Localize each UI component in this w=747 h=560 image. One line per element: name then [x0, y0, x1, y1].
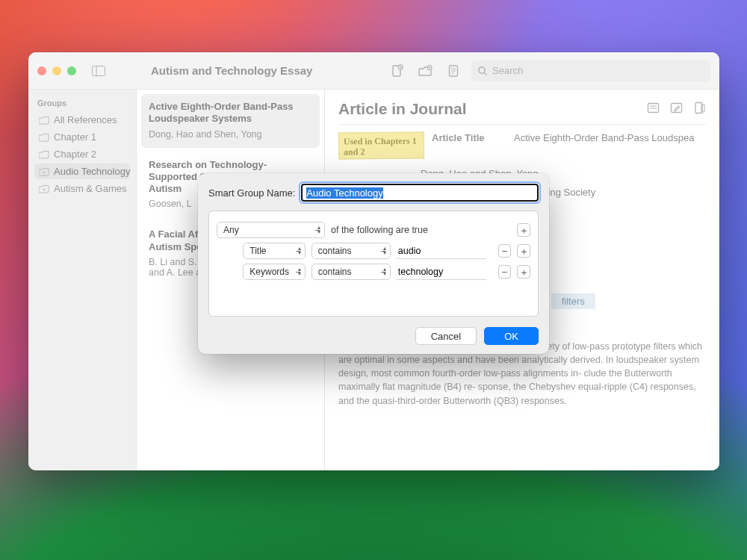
rule-field-select[interactable]: Keywords ▴▾ [243, 264, 306, 280]
cancel-button[interactable]: Cancel [415, 327, 477, 345]
rule-field-value: Title [249, 246, 266, 256]
rule-value-input[interactable] [397, 243, 486, 259]
match-suffix-label: of the following are true [331, 225, 428, 235]
match-mode-select[interactable]: Any ▴▾ [217, 222, 325, 238]
predicate-editor: Any ▴▾ of the following are true ＋ Title… [208, 211, 539, 317]
name-field-label: Smart Group Name: [208, 187, 295, 199]
rule-value-input[interactable] [397, 264, 486, 280]
rule-field-value: Keywords [249, 267, 289, 277]
add-rule-button[interactable]: ＋ [517, 265, 530, 279]
rule-field-select[interactable]: Title ▴▾ [243, 243, 306, 259]
match-mode-value: Any [223, 225, 239, 235]
remove-rule-button[interactable]: − [498, 244, 512, 258]
add-rule-button[interactable]: ＋ [517, 244, 530, 258]
smart-group-name-input[interactable] [301, 184, 539, 202]
ok-button[interactable]: OK [484, 327, 539, 345]
remove-rule-button[interactable]: − [498, 265, 512, 279]
rule-operator-select[interactable]: contains ▴▾ [311, 243, 391, 259]
smart-group-dialog: Smart Group Name: Any ▴▾ of the followin… [198, 173, 549, 354]
add-rule-button[interactable]: ＋ [517, 223, 530, 237]
rule-operator-select[interactable]: contains ▴▾ [311, 264, 391, 280]
rule-operator-value: contains [318, 246, 352, 256]
rule-operator-value: contains [318, 267, 352, 277]
